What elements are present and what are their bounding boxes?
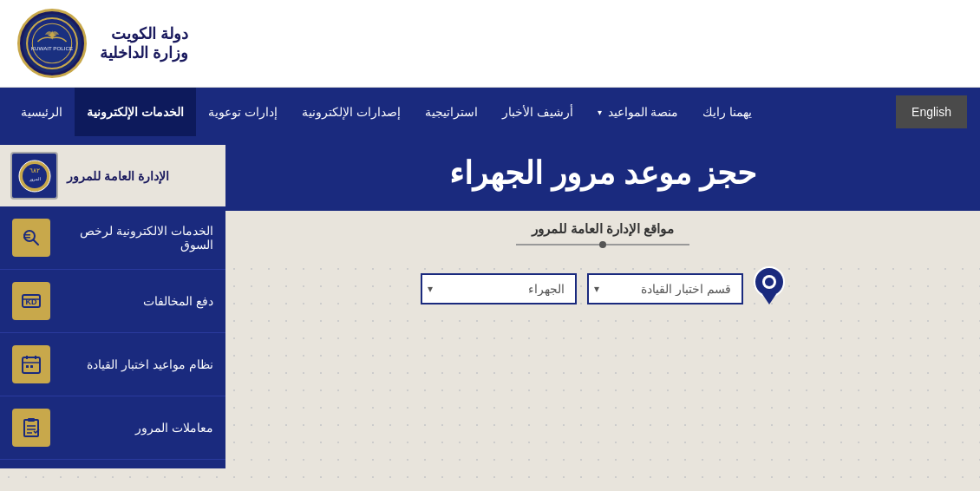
map-pin-icon xyxy=(754,266,785,311)
right-sidebar: الإدارة العامة للمرور ٦٨٢ المرور الخدمات… xyxy=(0,136,225,468)
nav-item-awareness[interactable]: إدارات توعوية xyxy=(196,88,290,136)
sidebar-item-fines[interactable]: دفع المخالفات KD xyxy=(0,270,225,333)
nav-item-opinion[interactable]: يهمنا رايك xyxy=(690,88,764,136)
svg-marker-7 xyxy=(762,294,776,304)
main-navbar: English يهمنا رايك منصة المواعيد أرشيف ا… xyxy=(0,88,980,136)
city-dropdown[interactable]: الجهراء العاصمة حولي الفروانية الأحمدي م… xyxy=(421,273,577,304)
nav-item-home[interactable]: الرئيسية xyxy=(9,88,75,136)
logo-inner: ✦ KUWAIT POLICE xyxy=(23,14,82,73)
search-icon xyxy=(21,227,42,248)
nav-item-appointments[interactable]: منصة المواعيد xyxy=(585,88,691,136)
nav-item-strategy[interactable]: استراتيجية xyxy=(413,88,490,136)
sidebar-item-license-label: الخدمات الالكترونية لرخص السوق xyxy=(59,224,213,252)
sidebar-item-transactions-label: معاملات المرور xyxy=(135,421,213,435)
location-label: مواقع الإدارة العامة للمرور xyxy=(532,221,675,237)
svg-rect-14 xyxy=(23,234,30,236)
sidebar-icon-license xyxy=(12,219,50,257)
sidebar-icon-fines: KD xyxy=(12,282,50,320)
svg-text:المرور: المرور xyxy=(28,176,40,182)
page-title: حجز موعد مرور الجهراء xyxy=(243,155,963,192)
svg-text:✦: ✦ xyxy=(47,29,57,43)
english-button[interactable]: English xyxy=(896,95,967,128)
police-logo: ✦ KUWAIT POLICE xyxy=(17,9,87,78)
money-icon: KD xyxy=(21,291,42,311)
svg-line-13 xyxy=(34,240,39,245)
city-dropdown-wrapper[interactable]: الجهراء العاصمة حولي الفروانية الأحمدي م… xyxy=(421,273,577,304)
nav-item-publications[interactable]: إصدارات الإلكترونية xyxy=(290,88,413,136)
svg-text:٦٨٢: ٦٨٢ xyxy=(29,167,40,173)
police-badge-icon: ✦ KUWAIT POLICE xyxy=(25,16,79,70)
svg-point-6 xyxy=(765,278,774,286)
title-banner: حجز موعد مرور الجهراء xyxy=(225,136,980,211)
sidebar-item-driving-test[interactable]: نظام مواعيد اختبار القيادة xyxy=(0,333,225,396)
clipboard-icon xyxy=(21,417,42,438)
traffic-logo-svg: ٦٨٢ المرور xyxy=(17,159,52,193)
svg-rect-26 xyxy=(28,418,35,422)
sidebar-item-fines-label: دفع المخالفات xyxy=(143,294,213,308)
svg-rect-25 xyxy=(24,420,38,436)
location-bar: مواقع الإدارة العامة للمرور xyxy=(225,211,980,266)
content-panel: حجز موعد مرور الجهراء مواقع الإدارة العا… xyxy=(225,136,980,468)
svg-rect-24 xyxy=(30,365,33,368)
site-header: دولة الكويت وزارة الداخلية ✦ KUWAIT POLI… xyxy=(0,0,980,88)
division-dropdown-wrapper[interactable]: قسم اختبار القيادة قسم الرخص قسم المركبا… xyxy=(587,273,743,304)
sidebar-logo-icon: ٦٨٢ المرور xyxy=(10,152,58,200)
sidebar-header: الإدارة العامة للمرور ٦٨٢ المرور xyxy=(0,145,225,206)
sidebar-icon-calendar xyxy=(12,345,50,383)
ministry-name: وزارة الداخلية xyxy=(100,43,188,62)
sidebar-item-driving-test-label: نظام مواعيد اختبار القيادة xyxy=(87,357,213,371)
sidebar-icon-clipboard xyxy=(12,409,50,447)
division-dropdown[interactable]: قسم اختبار القيادة قسم الرخص قسم المركبا… xyxy=(587,273,743,304)
calendar-icon xyxy=(21,354,42,375)
dropdowns-row: قسم اختبار القيادة قسم الرخص قسم المركبا… xyxy=(225,266,980,329)
header-text: دولة الكويت وزارة الداخلية xyxy=(100,24,188,62)
location-divider xyxy=(516,244,689,245)
sidebar-item-license[interactable]: الخدمات الالكترونية لرخص السوق xyxy=(0,206,225,270)
location-pin-svg xyxy=(754,266,785,304)
nav-item-eservices[interactable]: الخدمات الإلكترونية xyxy=(75,88,196,136)
svg-rect-23 xyxy=(26,365,29,368)
svg-rect-15 xyxy=(23,237,30,239)
main-content: حجز موعد مرور الجهراء مواقع الإدارة العا… xyxy=(0,136,980,468)
sidebar-header-title: الإدارة العامة للمرور xyxy=(67,169,169,183)
country-name: دولة الكويت xyxy=(100,24,188,43)
svg-text:KUWAIT POLICE: KUWAIT POLICE xyxy=(31,45,73,51)
nav-item-news[interactable]: أرشيف الأخبار xyxy=(490,88,585,136)
sidebar-item-transactions[interactable]: معاملات المرور xyxy=(0,396,225,460)
